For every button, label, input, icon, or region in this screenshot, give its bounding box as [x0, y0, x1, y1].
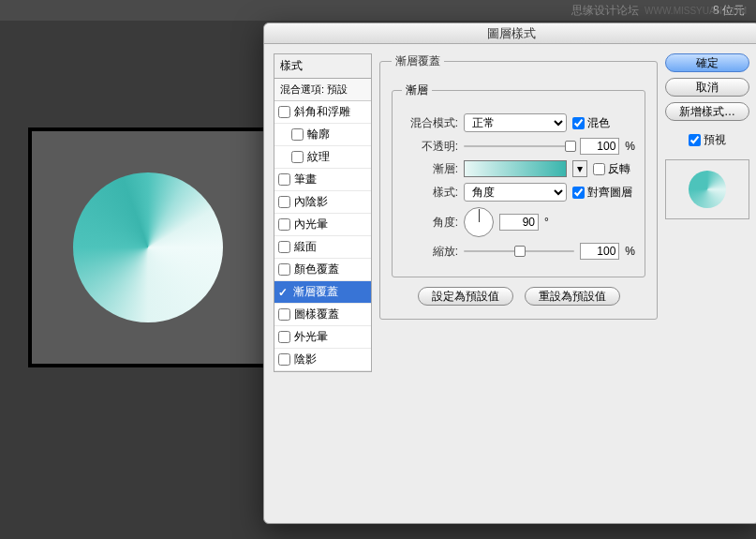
style-item-6[interactable]: 緞面: [274, 236, 371, 259]
blend-mode-select[interactable]: 正常: [464, 113, 567, 132]
style-item-4[interactable]: 內陰影: [274, 191, 371, 214]
style-item-label: 緞面: [294, 239, 317, 255]
align-checkbox-label[interactable]: 對齊圖層: [572, 185, 632, 201]
opacity-slider[interactable]: [464, 139, 574, 154]
scale-slider[interactable]: [464, 244, 574, 259]
style-item-5[interactable]: 內光暈: [274, 214, 371, 236]
reset-default-button[interactable]: 重設為預設值: [525, 287, 620, 306]
percent-sign: %: [625, 140, 635, 153]
gradient-swatch[interactable]: [464, 160, 567, 177]
watermark-text: 思缘设计论坛: [571, 3, 639, 19]
style-item-label: 外光暈: [294, 329, 328, 345]
preview-checkbox-label[interactable]: 預視: [665, 132, 749, 148]
settings-panel: 漸層覆蓋 漸層 混合模式: 正常 混色 不透明:: [379, 53, 658, 372]
style-checkbox[interactable]: [278, 218, 290, 231]
style-item-label: 漸層覆蓋: [293, 284, 338, 300]
styles-list-panel: 樣式 混合選項: 預設 斜角和浮雕輪廓紋理筆畫內陰影內光暈緞面顏色覆蓋漸層覆蓋圖…: [274, 53, 372, 372]
dialog-title: 圖層樣式: [264, 23, 756, 44]
style-checkbox[interactable]: [278, 196, 290, 208]
style-item-label: 陰影: [294, 352, 317, 367]
preview-circle-icon: [689, 171, 726, 208]
checkmark-icon: [278, 286, 289, 299]
style-checkbox[interactable]: [278, 353, 290, 366]
percent-sign-2: %: [625, 245, 635, 258]
style-item-label: 紋理: [307, 149, 330, 165]
gradient-group: 漸層 混合模式: 正常 混色 不透明: %: [392, 82, 645, 277]
style-item-label: 內光暈: [294, 217, 328, 232]
angle-dial[interactable]: [464, 207, 494, 237]
style-item-7[interactable]: 顏色覆蓋: [274, 259, 371, 281]
opacity-label: 不透明:: [402, 139, 458, 155]
style-item-label: 斜角和浮雕: [294, 104, 350, 120]
gradient-overlay-group: 漸層覆蓋 漸層 混合模式: 正常 混色 不透明:: [379, 53, 658, 320]
style-item-10[interactable]: 外光暈: [274, 326, 371, 349]
style-checkbox[interactable]: [278, 173, 290, 186]
preview-checkbox[interactable]: [689, 134, 701, 146]
style-checkbox[interactable]: [291, 128, 304, 141]
watermark-url: WWW.MISSYUAN.COM: [645, 6, 747, 16]
ok-button[interactable]: 確定: [665, 53, 749, 72]
style-checkbox[interactable]: [278, 241, 290, 253]
style-checkbox[interactable]: [278, 106, 290, 118]
gradient-legend: 漸層: [402, 82, 432, 98]
align-checkbox[interactable]: [572, 187, 585, 199]
style-item-9[interactable]: 圖樣覆蓋: [274, 304, 371, 326]
style-item-8[interactable]: 漸層覆蓋: [274, 281, 371, 304]
gradient-field-label: 漸層:: [402, 161, 458, 177]
document-canvas[interactable]: [28, 127, 268, 367]
dither-checkbox[interactable]: [572, 117, 585, 129]
blend-mode-label: 混合模式:: [402, 115, 458, 131]
scale-input[interactable]: [580, 243, 619, 260]
style-item-label: 顏色覆蓋: [294, 262, 339, 277]
style-item-3[interactable]: 筆畫: [274, 169, 371, 191]
blending-options-header[interactable]: 混合選項: 預設: [274, 79, 371, 101]
group-legend: 漸層覆蓋: [392, 53, 444, 69]
angle-label: 角度:: [402, 215, 458, 231]
preview-thumbnail: [665, 159, 749, 219]
style-item-label: 圖樣覆蓋: [294, 307, 339, 322]
style-item-0[interactable]: 斜角和浮雕: [274, 101, 371, 124]
style-item-1[interactable]: 輪廓: [274, 124, 371, 146]
reverse-checkbox[interactable]: [593, 163, 605, 175]
degree-sign: °: [544, 216, 549, 229]
watermark: 思缘设计论坛 WWW.MISSYUAN.COM: [571, 3, 747, 19]
right-action-panel: 確定 取消 新增樣式… 預視: [665, 53, 749, 372]
style-item-label: 輪廓: [307, 127, 330, 142]
style-item-label: 內陰影: [294, 194, 328, 210]
style-checkbox[interactable]: [278, 263, 290, 276]
reverse-checkbox-label[interactable]: 反轉: [593, 161, 630, 177]
style-checkbox[interactable]: [278, 308, 290, 321]
opacity-input[interactable]: [580, 138, 619, 155]
gradient-circle-preview: [73, 172, 223, 322]
style-item-2[interactable]: 紋理: [274, 146, 371, 169]
style-label: 樣式:: [402, 185, 458, 201]
set-default-button[interactable]: 設定為預設值: [418, 287, 513, 306]
style-checkbox[interactable]: [278, 331, 290, 343]
cancel-button[interactable]: 取消: [665, 78, 749, 97]
style-item-label: 筆畫: [294, 172, 317, 187]
style-item-11[interactable]: 陰影: [274, 349, 371, 371]
style-checkbox[interactable]: [291, 151, 304, 163]
angle-input[interactable]: [499, 214, 539, 231]
new-style-button[interactable]: 新增樣式…: [665, 102, 749, 121]
styles-header[interactable]: 樣式: [274, 54, 371, 79]
layer-style-dialog: 圖層樣式 樣式 混合選項: 預設 斜角和浮雕輪廓紋理筆畫內陰影內光暈緞面顏色覆蓋…: [263, 22, 756, 524]
gradient-dropdown-button[interactable]: ▾: [572, 160, 587, 177]
scale-label: 縮放:: [402, 244, 458, 260]
style-select[interactable]: 角度: [464, 183, 567, 202]
dither-checkbox-label[interactable]: 混色: [572, 115, 610, 131]
